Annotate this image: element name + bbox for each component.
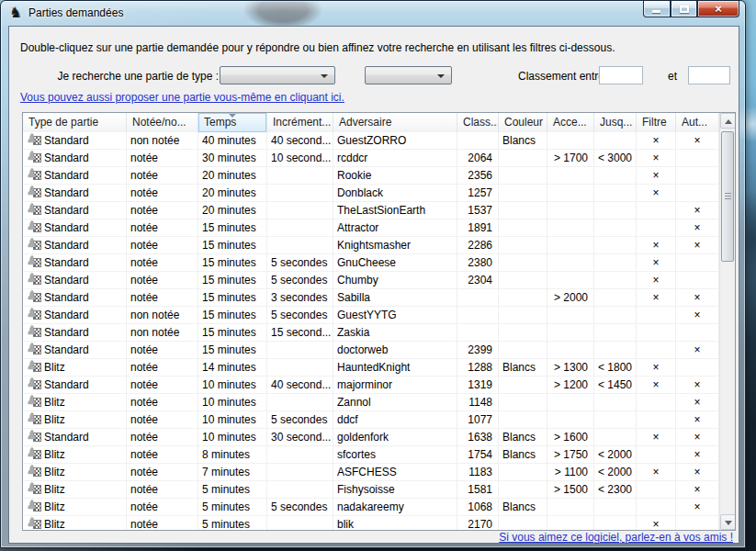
minimize-icon [652, 10, 660, 13]
table-row[interactable]: ♟Blitznotée14 minutesHauntedKnight1288Bl… [23, 359, 721, 377]
game-type-dropdown[interactable] [220, 66, 335, 84]
pawn-icon: ♟ [27, 202, 38, 215]
cell-filtre: × [637, 429, 676, 445]
table-row[interactable]: ♟Standardnotée15 minutes3 secondesSabill… [23, 289, 721, 307]
scroll-down-button[interactable] [720, 514, 736, 530]
minimize-button[interactable] [643, 1, 671, 17]
cell-adversaire: GnuCheese [333, 254, 457, 271]
cell-jusq [594, 237, 637, 253]
scroll-up-button[interactable] [720, 113, 736, 129]
cell-filtre: × [637, 150, 676, 166]
cell-filtre: × [637, 185, 676, 201]
secondary-dropdown[interactable] [365, 66, 452, 84]
table-row[interactable]: ♟Standardnotée15 minutes5 secondesChumby… [23, 272, 721, 289]
table-row[interactable]: ♟Standardnotée20 minutesTheLastSionEarth… [23, 202, 721, 219]
table-row[interactable]: ♟Standardnon notée40 minutes40 second...… [23, 132, 721, 150]
cell-couleur [499, 150, 547, 166]
titlebar[interactable]: ♞ Parties demandées × [1, 1, 745, 26]
table-row[interactable]: ♟Standardnotée20 minutesDonblack1257× [23, 185, 721, 202]
cell-incrment: 5 secondes [267, 411, 333, 428]
propose-game-link[interactable]: Vous pouvez aussi proposer une partie vo… [20, 91, 344, 104]
table-row[interactable]: ♟Standardnotée20 minutesRookie2356× [23, 167, 721, 185]
cell-temps: 15 minutes [198, 289, 267, 306]
cell-temps: 10 minutes [198, 411, 267, 428]
rating-min-input[interactable] [599, 66, 643, 84]
game-type-label: Je recherche une partie de type : [20, 70, 219, 83]
cell-noteno: non notée [127, 307, 198, 323]
pawn-icon: ♟ [27, 324, 38, 337]
cell-filtre: × [637, 359, 676, 376]
table-row[interactable]: ♟Blitznotée8 minutessfcortes1754Blancs> … [23, 446, 721, 464]
column-header-filtre[interactable]: Filtre [637, 113, 676, 132]
cell-typedepartie: ♟Standard [23, 342, 127, 358]
pawn-icon: ♟ [27, 464, 38, 477]
cell-noteno: notée [127, 289, 198, 306]
cell-aut [676, 150, 719, 166]
pawn-chessboard-icon: ♟ [27, 256, 41, 269]
table-row[interactable]: ♟Standardnotée15 minutesKnightsmasher228… [23, 237, 721, 254]
cell-jusq [594, 411, 637, 428]
pawn-icon: ♟ [27, 150, 38, 163]
table-row[interactable]: ♟Standardnotée15 minutesdoctorweb2399× [23, 342, 721, 359]
column-header-typedepartie[interactable]: Type de partie [23, 113, 127, 132]
cell-adversaire: GuestZORRO [333, 132, 457, 149]
table-row[interactable]: ♟Blitznotée10 minutes5 secondesddcf1077× [23, 411, 721, 429]
column-header-adversaire[interactable]: Adversaire [333, 113, 457, 132]
column-header-couleur[interactable]: Couleur [499, 113, 547, 132]
table-row[interactable]: ♟Standardnotée10 minutes30 second...gold… [23, 429, 721, 446]
maximize-icon [680, 6, 689, 13]
pawn-icon: ♟ [27, 185, 38, 197]
cell-class: 1638 [457, 429, 499, 445]
cell-temps: 15 minutes [198, 307, 267, 323]
cell-acce [547, 185, 594, 201]
table-row[interactable]: ♟Blitznotée10 minutesZannol1148× [23, 394, 721, 411]
column-header-class[interactable]: Class... [457, 113, 499, 132]
column-header-temps[interactable]: Temps [198, 113, 267, 132]
cell-noteno: notée [127, 185, 198, 201]
table-row[interactable]: ♟Standardnotée30 minutes10 second...rcdd… [23, 150, 721, 167]
column-header-acce[interactable]: Acce... [547, 113, 594, 132]
column-header-noteno[interactable]: Notée/no... [127, 113, 198, 132]
column-header-aut[interactable]: Aut... [676, 113, 719, 132]
cell-couleur [499, 167, 547, 184]
column-header-jusq[interactable]: Jusq... [594, 113, 637, 132]
cell-couleur [499, 324, 547, 341]
table-row[interactable]: ♟Standardnon notée15 minutes5 secondesGu… [23, 307, 721, 324]
table-row[interactable]: ♟Standardnotée15 minutes5 secondesGnuChe… [23, 254, 721, 272]
cell-aut [676, 167, 719, 184]
cell-filtre: × [637, 272, 676, 288]
cell-class: 1581 [457, 481, 499, 498]
share-link[interactable]: Si vous aimez ce logiciel, parlez-en à v… [499, 531, 733, 544]
scrollbar-thumb[interactable] [721, 131, 734, 262]
pawn-chessboard-icon: ♟ [27, 152, 41, 164]
vertical-scrollbar[interactable] [719, 113, 735, 530]
table-row[interactable]: ♟Standardnotée15 minutesAttractor1891× [23, 219, 721, 237]
cell-adversaire: blik [333, 516, 457, 531]
cell-noteno: notée [127, 202, 198, 219]
cell-noteno: non notée [127, 132, 198, 149]
cell-incrment [267, 516, 333, 531]
cell-couleur [499, 185, 547, 201]
cell-typedepartie: ♟Blitz [23, 446, 127, 463]
cell-acce [547, 167, 594, 184]
cell-filtre [637, 219, 676, 236]
table-row[interactable]: ♟Standardnotée10 minutes40 second...majo… [23, 377, 721, 394]
column-header-incrment[interactable]: Incrément... [267, 113, 333, 132]
rating-max-input[interactable] [688, 66, 730, 84]
cell-noteno: notée [127, 411, 198, 428]
cell-aut: × [676, 499, 719, 515]
table-row[interactable]: ♟Blitznotée5 minutes5 secondesnadakareem… [23, 499, 721, 516]
table-row[interactable]: ♟Standardnon notée15 minutes15 second...… [23, 324, 721, 342]
cell-typedepartie: ♟Standard [23, 307, 127, 323]
cell-adversaire: nadakareemy [333, 499, 457, 515]
close-button[interactable]: × [697, 1, 739, 17]
table-row[interactable]: ♟Blitznotée7 minutesASFCHESS1183> 1100< … [23, 464, 721, 481]
table-row[interactable]: ♟Blitznotée5 minutesFishysoisse1581> 150… [23, 481, 721, 499]
table-row[interactable]: ♟Blitznotée5 minutesblik2170× [23, 516, 721, 531]
maximize-button[interactable] [671, 1, 697, 17]
cell-aut: × [676, 289, 719, 306]
cell-couleur [499, 411, 547, 428]
cell-couleur [499, 272, 547, 288]
cell-aut [676, 254, 719, 271]
cell-temps: 7 minutes [198, 464, 267, 480]
